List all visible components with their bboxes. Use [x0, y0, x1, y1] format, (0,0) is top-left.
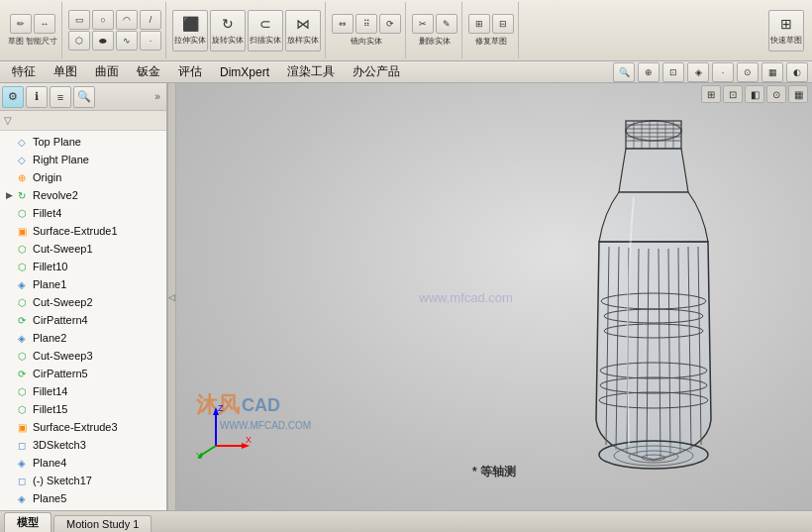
tree-item-fillet4[interactable]: ⬡ Fillet4	[0, 204, 166, 222]
mirror-btn[interactable]: ⇔	[332, 14, 354, 34]
tree-item-plane4[interactable]: ◈ Plane4	[0, 454, 166, 472]
expand-plane2[interactable]	[4, 330, 14, 346]
rect-btn[interactable]: ▭	[68, 10, 90, 30]
viewport[interactable]: www.mfcad.com	[176, 83, 812, 510]
expand-cut-sweep1[interactable]	[4, 241, 14, 257]
tree-item-plane1[interactable]: ◈ Plane1	[0, 275, 166, 293]
tab-motion1[interactable]: Motion Study 1	[53, 515, 152, 532]
ellipse-btn[interactable]: ⬬	[92, 31, 114, 51]
menu-sheetmetal[interactable]: 钣金	[129, 61, 168, 82]
panel-expand-btn[interactable]: »	[151, 86, 164, 108]
tree-item-plane5[interactable]: ◈ Plane5	[0, 489, 166, 507]
view-btn-5[interactable]: ·	[712, 62, 734, 82]
expand-fillet10[interactable]	[4, 259, 14, 274]
tree-item-origin[interactable]: ⊕ Origin	[0, 168, 166, 186]
tree-item-fillet10[interactable]: ⬡ Fillet10	[0, 258, 166, 275]
expand-cirpattern5[interactable]	[4, 366, 14, 381]
tree-item-right-plane[interactable]: ◇ Right Plane	[0, 151, 166, 168]
view-btn-6[interactable]: ⊙	[737, 62, 759, 82]
polygon-btn[interactable]: ⬡	[68, 31, 90, 51]
property-tab[interactable]: ℹ	[26, 86, 48, 108]
extrude-label: 拉伸实体	[174, 35, 206, 46]
expand-origin[interactable]	[4, 169, 14, 185]
spline-btn[interactable]: ∿	[116, 31, 138, 51]
expand-plane4[interactable]	[4, 455, 14, 471]
line-btn[interactable]: /	[140, 10, 161, 30]
menu-surface[interactable]: 曲面	[87, 61, 127, 82]
expand-surface-extrude3[interactable]	[4, 419, 14, 435]
edit-btn[interactable]: ✎	[436, 14, 457, 34]
view-btn-2[interactable]: ⊕	[638, 62, 660, 82]
sketch-btn[interactable]: ✏	[10, 14, 32, 34]
feature-tree[interactable]: ◇ Top Plane ◇ Right Plane ⊕ Origin ▶ ↻ R…	[0, 131, 166, 510]
expand-cirpattern4[interactable]	[4, 312, 14, 328]
view-btn-4[interactable]: ◈	[687, 62, 709, 82]
tree-item-cirpattern4[interactable]: ⟳ CirPattern4	[0, 311, 166, 329]
circle-btn[interactable]: ○	[92, 10, 114, 30]
expand-plane1[interactable]	[4, 276, 14, 292]
tree-item-plane2[interactable]: ◈ Plane2	[0, 329, 166, 347]
point-btn[interactable]: ·	[140, 31, 161, 51]
view-btn-8[interactable]: ◐	[786, 62, 808, 82]
vp-btn-2[interactable]: ⊡	[723, 85, 743, 103]
expand-top-plane[interactable]	[4, 134, 14, 150]
menu-render[interactable]: 渲染工具	[279, 61, 343, 82]
tree-item-sketch17[interactable]: ◻ (-) Sketch17	[0, 472, 166, 489]
expand-cut-sweep2[interactable]	[4, 294, 14, 310]
expand-plane5[interactable]	[4, 490, 14, 506]
extrude-btn[interactable]: ⬛ 拉伸实体	[172, 10, 208, 52]
tree-item-surface-extrude1[interactable]: ▣ Surface-Extrude1	[0, 222, 166, 240]
tree-item-top-plane[interactable]: ◇ Top Plane	[0, 133, 166, 151]
tree-item-cut-sweep2[interactable]: ⬡ Cut-Sweep2	[0, 293, 166, 311]
config-tab[interactable]: ≡	[50, 86, 71, 108]
expand-fillet4[interactable]	[4, 205, 14, 221]
vp-btn-3[interactable]: ◧	[745, 85, 764, 103]
view-btn-3[interactable]: ⊡	[662, 62, 684, 82]
expand-cut-sweep3[interactable]	[4, 348, 14, 364]
expand-revolve2[interactable]: ▶	[4, 187, 14, 203]
feature-tab[interactable]: ⚙	[2, 86, 24, 108]
tree-item-revolve2[interactable]: ▶ ↻ Revolve2	[0, 186, 166, 204]
expand-cut-sweep4[interactable]	[4, 508, 14, 510]
arc-btn[interactable]: ◠	[116, 10, 138, 30]
tree-item-cut-sweep3[interactable]: ⬡ Cut-Sweep3	[0, 347, 166, 365]
expand-fillet15[interactable]	[4, 401, 14, 417]
label-fillet4: Fillet4	[33, 207, 61, 219]
rotate-btn[interactable]: ↻ 旋转实体	[210, 10, 246, 52]
expand-sketch17[interactable]	[4, 473, 14, 488]
circle-array-btn[interactable]: ⟳	[379, 14, 401, 34]
modify1-btn[interactable]: ⊞	[468, 14, 490, 34]
view-btn-1[interactable]: 🔍	[613, 62, 635, 82]
tree-item-cirpattern5[interactable]: ⟳ CirPattern5	[0, 365, 166, 382]
expand-surface-extrude1[interactable]	[4, 223, 14, 239]
menu-dimxpert[interactable]: DimXpert	[212, 63, 277, 81]
menu-sketch[interactable]: 单图	[46, 61, 85, 82]
vp-btn-5[interactable]: ▦	[788, 85, 808, 103]
left-panel: ⚙ ℹ ≡ 🔍 » ▽ ◇ Top Plane ◇ Right Plane	[0, 83, 168, 510]
loft-btn[interactable]: ⋈ 放样实体	[285, 10, 321, 52]
vp-btn-1[interactable]: ⊞	[701, 85, 721, 103]
expand-right-plane[interactable]	[4, 152, 14, 167]
menu-office[interactable]: 办公产品	[345, 61, 408, 82]
tree-item-fillet15[interactable]: ⬡ Fillet15	[0, 400, 166, 418]
modify2-btn[interactable]: ⊟	[492, 14, 514, 34]
linear-array-btn[interactable]: ⠿	[355, 14, 377, 34]
tree-item-cut-sweep1[interactable]: ⬡ Cut-Sweep1	[0, 240, 166, 258]
view-btn-7[interactable]: ▦	[761, 62, 783, 82]
smart-dim-btn[interactable]: ↔	[34, 14, 55, 34]
quick-access-btn[interactable]: ⊞ 快速草图	[768, 10, 804, 52]
tree-item-cut-sweep4[interactable]: ⬡ Cut-Sweep4	[0, 507, 166, 510]
delete-btn[interactable]: ✂	[412, 14, 434, 34]
panel-collapse-handle[interactable]: ◁	[168, 83, 176, 510]
tree-item-fillet14[interactable]: ⬡ Fillet14	[0, 382, 166, 400]
expand-fillet14[interactable]	[4, 383, 14, 399]
sweep-btn[interactable]: ⊂ 扫描实体	[248, 10, 283, 52]
search-tab[interactable]: 🔍	[73, 86, 95, 108]
tree-item-3dsketch3[interactable]: ◻ 3DSketch3	[0, 436, 166, 454]
menu-feature[interactable]: 特征	[4, 61, 44, 82]
vp-btn-4[interactable]: ⊙	[766, 85, 786, 103]
expand-3dsketch3[interactable]	[4, 437, 14, 453]
tree-item-surface-extrude3[interactable]: ▣ Surface-Extrude3	[0, 418, 166, 436]
menu-evaluate[interactable]: 评估	[170, 61, 210, 82]
tab-model[interactable]: 模型	[4, 512, 51, 532]
